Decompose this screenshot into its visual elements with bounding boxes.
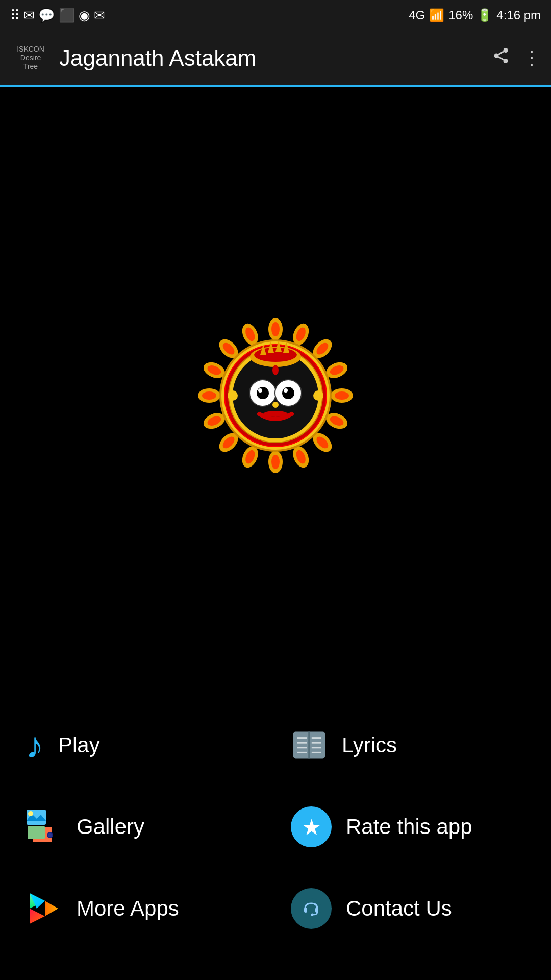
svg-point-30 xyxy=(202,391,216,400)
svg-point-54 xyxy=(284,388,288,393)
svg-point-52 xyxy=(282,387,294,399)
logo-text: ISKCON Desire Tree xyxy=(17,45,44,70)
play-store-icon xyxy=(26,890,62,927)
svg-rect-81 xyxy=(304,908,307,913)
rate-star-icon: ★ xyxy=(291,806,332,847)
network-label: 4G xyxy=(409,8,425,22)
contact-icon xyxy=(291,888,332,929)
svg-point-6 xyxy=(271,322,280,336)
status-left: ⠿ ✉ 💬 ⬛ ◉ ✉ xyxy=(10,8,105,23)
play-button[interactable]: ♪ Play xyxy=(10,714,276,776)
overflow-menu-icon[interactable]: ⋮ xyxy=(522,47,541,69)
svg-point-14 xyxy=(335,391,349,400)
contact-label: Contact Us xyxy=(346,896,452,921)
svg-point-47 xyxy=(272,365,279,375)
more-apps-button[interactable]: More Apps xyxy=(10,880,276,937)
svg-line-3 xyxy=(498,57,504,60)
time-label: 4:16 pm xyxy=(496,8,541,22)
svg-line-4 xyxy=(498,52,504,55)
svg-rect-71 xyxy=(28,826,45,839)
jagannath-image xyxy=(194,314,357,477)
lyrics-label: Lyrics xyxy=(342,733,397,757)
menu-row-3: More Apps Contact Us xyxy=(10,868,541,949)
app-bar-actions: ⋮ xyxy=(492,46,541,69)
status-bar: ⠿ ✉ 💬 ⬛ ◉ ✉ 4G 📶 16% 🔋 4:16 pm xyxy=(0,0,551,31)
page-title: Jagannath Astakam xyxy=(59,45,484,71)
gallery-icon xyxy=(26,808,62,845)
rate-label: Rate this app xyxy=(346,815,472,839)
notification-icons: ⠿ ✉ 💬 ⬛ ◉ ✉ xyxy=(10,8,105,23)
signal-icon: 📶 xyxy=(429,8,444,22)
rate-app-button[interactable]: ★ Rate this app xyxy=(276,796,541,857)
lyrics-button[interactable]: Lyrics xyxy=(276,717,541,774)
deity-container xyxy=(194,87,357,704)
svg-point-1 xyxy=(494,54,499,58)
svg-point-51 xyxy=(257,387,269,399)
svg-point-2 xyxy=(504,59,508,63)
svg-point-22 xyxy=(271,455,280,469)
svg-marker-78 xyxy=(45,901,58,916)
battery-label: 16% xyxy=(448,8,473,22)
share-icon[interactable] xyxy=(492,46,510,69)
book-icon xyxy=(291,727,328,764)
menu-row-2: Gallery ★ Rate this app xyxy=(10,786,541,868)
svg-point-83 xyxy=(311,914,314,916)
contact-us-button[interactable]: Contact Us xyxy=(276,878,541,939)
svg-point-58 xyxy=(313,390,323,401)
svg-point-55 xyxy=(272,402,279,408)
app-logo: ISKCON Desire Tree xyxy=(10,38,51,79)
menu-grid: ♪ Play Lyrics xyxy=(0,704,551,980)
gallery-button[interactable]: Gallery xyxy=(10,798,276,855)
charging-icon: 🔋 xyxy=(477,8,492,22)
svg-marker-77 xyxy=(30,909,45,924)
status-right: 4G 📶 16% 🔋 4:16 pm xyxy=(409,8,541,22)
menu-row-1: ♪ Play Lyrics xyxy=(10,704,541,786)
play-label: Play xyxy=(58,733,100,757)
svg-point-73 xyxy=(48,833,52,837)
svg-point-75 xyxy=(28,811,33,816)
svg-point-0 xyxy=(504,48,508,53)
svg-point-80 xyxy=(301,898,321,919)
gallery-label: Gallery xyxy=(77,815,144,839)
music-note-icon: ♪ xyxy=(26,724,44,766)
main-content: ♪ Play Lyrics xyxy=(0,87,551,980)
svg-point-53 xyxy=(258,388,262,393)
svg-point-57 xyxy=(228,390,238,401)
svg-point-56 xyxy=(263,411,288,417)
app-bar: ISKCON Desire Tree Jagannath Astakam ⋮ xyxy=(0,31,551,87)
more-apps-label: More Apps xyxy=(77,896,179,921)
